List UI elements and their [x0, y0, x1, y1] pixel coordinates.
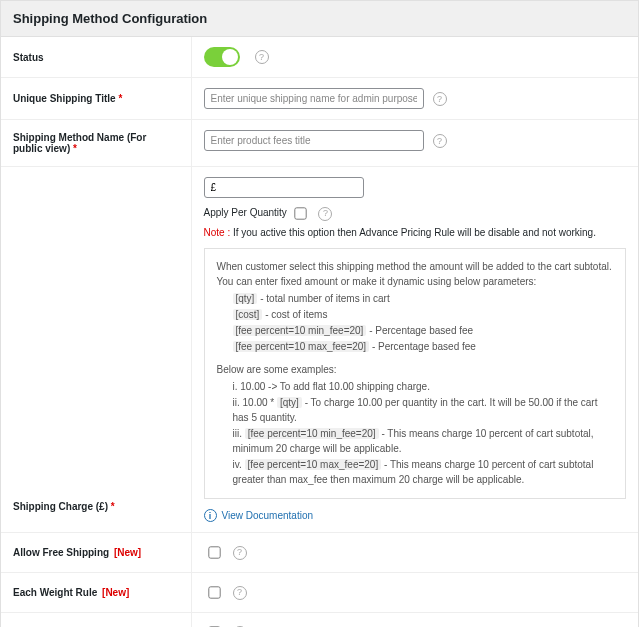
label-method-name: Shipping Method Name (For public view) *: [1, 120, 191, 167]
label-qty-rule: Each Quantity Rule [New]: [1, 613, 191, 628]
label-status: Status: [1, 37, 191, 78]
method-name-input[interactable]: [204, 130, 424, 151]
label-unique-title: Unique Shipping Title *: [1, 78, 191, 120]
examples-heading: Below are some examples:: [217, 362, 614, 377]
apply-qty-note: Note : If you active this option then Ad…: [204, 227, 627, 238]
weight-rule-checkbox[interactable]: [208, 586, 220, 598]
help-icon[interactable]: ?: [318, 207, 332, 221]
info-icon: i: [204, 509, 217, 522]
label-shipping-charge: Shipping Charge (£) *: [1, 167, 191, 533]
apply-per-qty-checkbox[interactable]: [294, 207, 306, 219]
charge-description-box: When customer select this shipping metho…: [204, 248, 627, 499]
apply-per-qty-label: Apply Per Quantity: [204, 207, 287, 218]
help-icon[interactable]: ?: [255, 50, 269, 64]
status-toggle[interactable]: [204, 47, 240, 67]
label-allow-free: Allow Free Shipping [New]: [1, 533, 191, 573]
param-code: [fee percent=10 min_fee=20]: [233, 325, 367, 336]
view-documentation-link[interactable]: i View Documentation: [204, 509, 314, 522]
help-icon[interactable]: ?: [233, 586, 247, 600]
page-title: Shipping Method Configuration: [13, 11, 626, 26]
panel-header: Shipping Method Configuration: [1, 1, 638, 37]
help-icon[interactable]: ?: [433, 92, 447, 106]
param-code: [fee percent=10 max_fee=20]: [233, 341, 370, 352]
allow-free-checkbox[interactable]: [208, 546, 220, 558]
shipping-charge-input[interactable]: [204, 177, 364, 198]
unique-title-input[interactable]: [204, 88, 424, 109]
param-code: [cost]: [233, 309, 263, 320]
help-icon[interactable]: ?: [233, 546, 247, 560]
label-weight-rule: Each Weight Rule [New]: [1, 573, 191, 613]
charge-desc-intro: When customer select this shipping metho…: [217, 259, 614, 289]
help-icon[interactable]: ?: [433, 134, 447, 148]
param-code: [qty]: [233, 293, 258, 304]
